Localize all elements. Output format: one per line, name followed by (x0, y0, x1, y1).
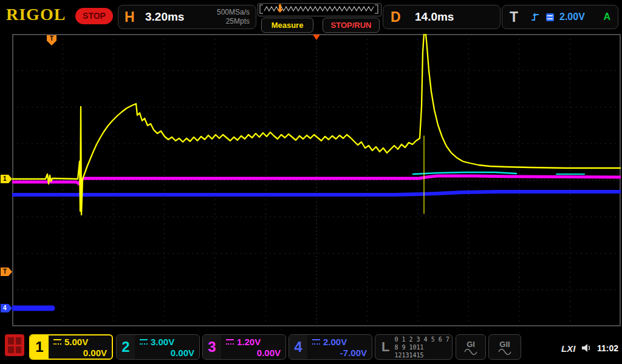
logic-digits-row1: 0 1 2 3 4 5 6 7 (394, 335, 452, 343)
channel-1-box[interactable]: 1 5.00V 0.00V (29, 334, 113, 360)
channel-2-box[interactable]: 2 3.00V 0.00V (116, 334, 200, 360)
ch4-trace (12, 192, 621, 195)
menu-grid-icon[interactable] (5, 334, 24, 356)
coupling-icon (53, 339, 61, 345)
ch2-trace (413, 172, 516, 174)
channel-2-number: 2 (117, 335, 135, 359)
memory-trigger-arrow (277, 9, 283, 13)
generator-1-box[interactable]: GI (456, 334, 486, 360)
logic-channels-box[interactable]: L 0 1 2 3 4 5 6 7 8 9 1011 12131415 (375, 334, 453, 360)
sine-wave-icon (498, 349, 511, 355)
lxi-indicator: LXI (561, 343, 575, 354)
rigol-logo: RIGOL (6, 5, 66, 24)
stop-run-button[interactable]: STOP/RUN (323, 18, 380, 33)
channel-1-offset: 0.00V (83, 348, 107, 358)
delay-panel[interactable]: D 14.0ms (383, 5, 501, 29)
channel-2-scale: 3.00V (151, 337, 174, 347)
graticule-area (12, 34, 621, 326)
coupling-icon (226, 339, 234, 345)
run-state-badge: STOP (75, 8, 113, 24)
trigger-sweep-mode: A (603, 5, 610, 29)
channel-1-number: 1 (30, 335, 49, 359)
generator-1-label: GI (466, 340, 475, 349)
channel-4-number: 4 (289, 335, 307, 359)
memory-bracket-left (260, 5, 263, 13)
memory-trigger-marker (279, 4, 281, 9)
trigger-slope-icon (530, 12, 540, 22)
speaker-icon (581, 343, 592, 352)
sample-rate: 500MSa/s (217, 8, 250, 17)
acquisition-info: 500MSa/s 25Mpts (217, 8, 250, 26)
waveform-display (12, 34, 621, 326)
measure-button[interactable]: Measure (261, 18, 313, 33)
channel-4-scale: 2.00V (323, 337, 347, 347)
waveform-memory-bar[interactable] (258, 3, 381, 16)
logic-label: L (381, 339, 389, 355)
trigger-label: T (510, 5, 518, 29)
channel-3-number: 3 (203, 335, 221, 359)
trigger-panel[interactable]: T 2.00V A (502, 5, 618, 29)
bottom-status-bar: 1 5.00V 0.00V 2 3.00V 0.00V 3 1.20V 0.00… (0, 328, 622, 364)
channel-2-offset: 0.00V (171, 348, 194, 358)
trigger-level-value: 2.00V (559, 5, 585, 29)
delay-value: 14.0ms (415, 5, 454, 29)
logic-digits-row2: 8 9 1011 12131415 (394, 343, 452, 359)
channel-3-box[interactable]: 3 1.20V 0.00V (202, 334, 286, 360)
ch3-trace (12, 176, 621, 184)
top-status-bar: RIGOL STOP H 3.20ms 500MSa/s 25Mpts Meas… (0, 0, 622, 33)
coupling-icon (140, 339, 148, 345)
generator-2-box[interactable]: GII (488, 334, 521, 360)
sine-wave-icon (464, 349, 477, 355)
clock: 11:02 (597, 343, 618, 353)
oscilloscope-screen: { "topbar": { "logo": "RIGOL", "run_stat… (0, 0, 622, 364)
coupling-icon (312, 339, 320, 345)
delay-position-marker[interactable] (313, 35, 320, 40)
delay-label: D (391, 5, 401, 29)
channel-1-scale: 5.00V (64, 337, 88, 347)
generator-2-label: GII (499, 340, 510, 349)
timebase-value: 3.20ms (145, 5, 184, 29)
channel-3-scale: 1.20V (237, 337, 261, 347)
horizontal-label: H (125, 5, 135, 29)
trigger-source-icon (546, 13, 554, 21)
memory-depth: 25Mpts (217, 17, 250, 26)
grid-lines (12, 34, 621, 326)
horizontal-panel[interactable]: H 3.20ms 500MSa/s 25Mpts (118, 5, 256, 29)
channel-4-box[interactable]: 4 2.00V -7.00V (289, 334, 372, 360)
memory-bracket-right (375, 5, 378, 13)
channel-4-offset: -7.00V (340, 348, 367, 358)
channel-3-offset: 0.00V (257, 348, 281, 358)
